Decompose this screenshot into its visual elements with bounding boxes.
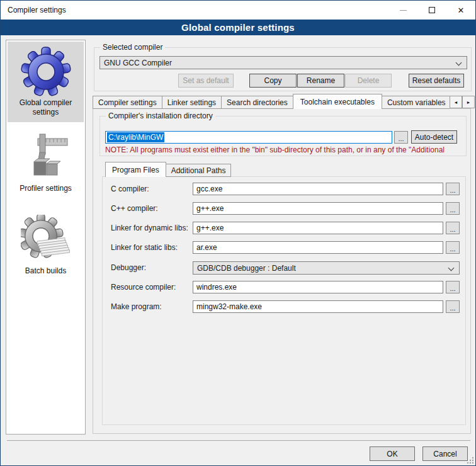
footer-separator [7,440,470,441]
dynamic-linker-input[interactable] [193,222,443,234]
cpp-compiler-row: C++ compiler: ... [103,202,465,215]
field-label: C++ compiler: [111,204,158,213]
sidebar-item-batch-builds[interactable]: Batch builds [8,210,84,281]
window-title: Compiler settings [8,6,66,14]
make-program-row: Make program: ... [103,300,465,314]
settings-tab-strip: Compiler settings Linker settings Search… [93,94,450,109]
debugger-select[interactable]: GDB/CDB debugger : Default [193,261,460,275]
static-linker-browse-button[interactable]: ... [446,241,460,254]
c-compiler-browse-button[interactable]: ... [446,183,460,195]
program-files-panel: C compiler: ... C++ compiler: ... Linker… [102,176,466,425]
tab-compiler-settings[interactable]: Compiler settings [93,96,162,109]
programs-tab-strip: Program Files Additional Paths [105,162,230,177]
maximize-icon [429,7,435,13]
maximize-button[interactable] [417,1,446,20]
field-label: Linker for static libs: [111,243,178,252]
tab-search-directories[interactable]: Search directories [221,96,293,109]
resource-compiler-row: Resource compiler: ... [103,281,465,294]
compiler-select[interactable]: GNU GCC Compiler [99,56,467,69]
dynamic-linker-row: Linker for dynamic libs: ... [103,222,465,235]
tab-program-files[interactable]: Program Files [105,162,166,177]
minimize-button[interactable] [388,1,417,20]
resource-compiler-browse-button[interactable]: ... [446,281,460,293]
resource-compiler-input[interactable] [193,281,443,293]
ok-button[interactable]: OK [370,446,415,461]
install-dir-browse-button[interactable]: ... [394,131,408,144]
cpp-compiler-browse-button[interactable]: ... [446,202,460,215]
sidebar-item-label: Global compiler settings [8,98,84,117]
compiler-select-value: GNU GCC Compiler [104,59,172,67]
group-label: Selected compiler [100,43,165,52]
tab-scroll-right-button[interactable]: ► [462,96,475,108]
group-label: Compiler's installation directory [106,111,215,120]
dialog-banner: Global compiler settings [1,20,475,35]
delete-button[interactable]: Delete [345,74,392,88]
chevron-down-icon [448,265,455,271]
window-controls: ✕ [388,1,475,20]
install-dir-selected-text: C:\raylib\MinGW [107,132,164,142]
close-icon: ✕ [458,6,465,14]
bin-subdirectory-note: NOTE: All programs must exist either in … [105,145,465,154]
titlebar: Compiler settings ✕ [1,1,475,20]
copy-button[interactable]: Copy [249,74,297,88]
field-label: Linker for dynamic libs: [111,224,188,232]
debugger-row: Debugger: GDB/CDB debugger : Default [103,261,465,275]
static-linker-input[interactable] [193,241,443,254]
reset-defaults-button[interactable]: Reset defaults [409,74,464,88]
field-label: Debugger: [111,263,146,272]
install-dir-input[interactable]: C:\raylib\MinGW [105,131,392,144]
tab-scroll-left-button[interactable]: ◄ [450,96,462,108]
settings-sidebar: Global compiler settings Profiler settin… [6,40,86,435]
cpp-compiler-input[interactable] [193,202,443,215]
sidebar-item-label: Profiler settings [8,184,84,193]
sidebar-item-label: Batch builds [8,266,84,276]
scroll-left-icon: ◄ [454,100,458,105]
gear-blue-icon [21,47,71,97]
sidebar-item-profiler-settings[interactable]: Profiler settings [8,127,84,198]
tab-toolchain-executables[interactable]: Toolchain executables [293,94,382,109]
field-label: Resource compiler: [111,283,176,292]
make-program-browse-button[interactable]: ... [446,300,460,313]
scroll-right-icon: ► [467,100,471,105]
rename-button[interactable]: Rename [297,74,344,88]
tab-linker-settings[interactable]: Linker settings [162,96,222,109]
field-label: Make program: [111,302,162,311]
dynamic-linker-browse-button[interactable]: ... [446,222,460,234]
c-compiler-input[interactable] [193,183,443,195]
close-button[interactable]: ✕ [446,1,475,20]
cancel-button[interactable]: Cancel [422,446,468,461]
banner-title: Global compiler settings [181,22,295,33]
caliper-icon [21,132,71,183]
gear-gray-stack-icon [21,215,71,265]
installation-directory-group: Compiler's installation directory C:\ray… [99,116,467,156]
field-label: C compiler: [111,185,149,193]
chevron-down-icon [456,60,462,66]
resize-grip[interactable] [467,457,474,464]
debugger-select-value: GDB/CDB debugger : Default [197,264,296,273]
selected-compiler-group: Selected compiler GNU GCC Compiler Set a… [94,47,472,91]
auto-detect-button[interactable]: Auto-detect [411,130,457,144]
static-linker-row: Linker for static libs: ... [103,241,465,254]
c-compiler-row: C compiler: ... [103,183,465,196]
tab-custom-variables[interactable]: Custom variables [382,96,450,109]
toolchain-executables-page: Compiler's installation directory C:\ray… [93,108,471,434]
tab-additional-paths[interactable]: Additional Paths [166,164,232,177]
minimize-icon [400,10,407,11]
set-as-default-button[interactable]: Set as default [178,74,234,88]
make-program-input[interactable] [193,300,443,313]
sidebar-item-global-compiler-settings[interactable]: Global compiler settings [8,42,84,122]
compiler-settings-dialog: Compiler settings ✕ Global compiler sett… [0,0,476,466]
